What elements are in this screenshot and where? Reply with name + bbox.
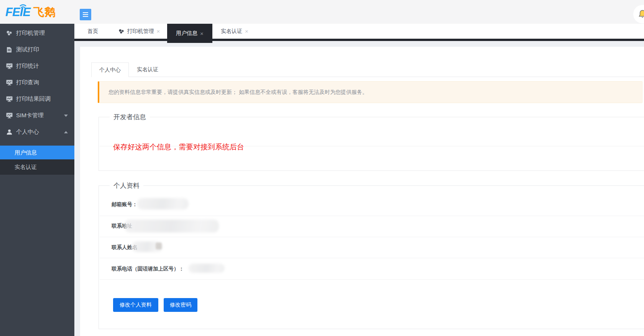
contact-name-ghost-char: [156, 243, 162, 249]
sidebar-toggle-button[interactable]: [80, 9, 91, 20]
sidebar-item-printer-manage[interactable]: 打印机管理: [0, 25, 74, 41]
tab-printer-manage[interactable]: 打印机管理 ×: [111, 24, 167, 39]
sidebar-item-print-stats[interactable]: 打印统计: [0, 58, 74, 74]
row-separator: [100, 279, 644, 280]
section-legend: 个人资料: [110, 181, 143, 190]
profile-section: 个人资料 邮箱账号： 联系地址 联系人姓名 联系电话（固话请加上区号）： 修改个…: [99, 185, 644, 329]
tab-label: 首页: [87, 28, 98, 35]
top-header: FEIE 飞鹅: [0, 0, 644, 24]
close-icon[interactable]: ×: [200, 31, 204, 36]
email-value-redacted-blur: [137, 198, 189, 210]
sidebar-item-test-print[interactable]: 测试打印: [0, 41, 74, 58]
change-password-button[interactable]: 修改密码: [164, 298, 197, 312]
content-tab-label: 个人中心: [99, 67, 121, 74]
tab-home[interactable]: 首页: [74, 24, 111, 39]
notification-button[interactable]: [633, 5, 644, 23]
monitor-chart-icon: [6, 96, 13, 103]
brand-logo[interactable]: FEIE 飞鹅: [5, 4, 56, 20]
sidebar-item-label: 打印查询: [16, 79, 39, 86]
notice-text: 您的资料信息非常重要，请提供真实信息或及时更新； 如果信息不全或有误，客服将无法…: [108, 89, 368, 96]
content-tab-personal-center[interactable]: 个人中心: [91, 62, 129, 77]
chevron-up-icon: [64, 131, 68, 133]
sidebar-item-sim-manage[interactable]: SIM卡管理: [0, 107, 74, 124]
document-icon: [6, 46, 13, 53]
sidebar-subitem-real-name[interactable]: 实名认证: [0, 159, 74, 175]
red-annotation-text: 保存好这两个信息，需要对接到系统后台: [113, 142, 244, 152]
address-value-redacted-blur: [125, 220, 219, 233]
wifi-arcs-icon: [18, 3, 27, 9]
close-icon[interactable]: ×: [245, 28, 248, 34]
sidebar-item-label: 打印统计: [16, 62, 39, 70]
row-separator: [100, 258, 644, 258]
sidebar-item-label: 个人中心: [16, 128, 39, 136]
edit-profile-button[interactable]: 修改个人资料: [113, 298, 158, 312]
personal-center-submenu: 用户信息 实名认证: [0, 146, 74, 175]
sidebar-item-label: 打印结果回调: [16, 95, 51, 103]
section-legend: 开发者信息: [110, 113, 150, 121]
content-tabs-underline: [91, 77, 644, 77]
subitem-label: 用户信息: [15, 149, 37, 156]
sidebar-item-label: 测试打印: [16, 46, 39, 53]
email-field-label: 邮箱账号：: [112, 201, 138, 208]
subitem-label: 实名认证: [15, 164, 37, 171]
sidebar-subitem-user-info[interactable]: 用户信息: [0, 146, 74, 159]
row-separator: [100, 216, 644, 216]
monitor-chart-icon: [6, 63, 13, 70]
printer-cluster-icon: [118, 29, 125, 34]
phone-value-redacted-blur: [189, 264, 225, 273]
monitor-chart-icon: [6, 79, 13, 86]
tab-real-name[interactable]: 实名认证 ×: [212, 24, 257, 39]
hamburger-icon: [83, 12, 88, 13]
open-pages-tabbar: 首页 打印机管理 × 用户信息 × 实名认证 ×: [74, 24, 644, 39]
bell-icon: [637, 9, 644, 19]
phone-field-label: 联系电话（固话请加上区号）：: [112, 266, 184, 272]
content-tab-label: 实名认证: [137, 66, 158, 73]
printer-cluster-icon: [6, 30, 13, 37]
tab-label: 打印机管理: [127, 28, 154, 35]
sidebar-item-label: 打印机管理: [16, 30, 45, 37]
monitor-chart-icon: [6, 112, 13, 119]
app-window: FEIE 飞鹅 打印: [0, 0, 644, 336]
sidebar-item-print-query[interactable]: 打印查询: [0, 74, 74, 91]
notice-banner: 您的资料信息非常重要，请提供真实信息或及时更新； 如果信息不全或有误，客服将无法…: [98, 81, 642, 103]
sidebar-item-label: SIM卡管理: [16, 112, 44, 119]
sidebar-item-print-callback[interactable]: 打印结果回调: [0, 91, 74, 107]
sidebar-item-personal-center[interactable]: 个人中心: [0, 124, 74, 140]
chevron-down-icon: [64, 115, 68, 117]
tabbar-bottom-strip: [74, 39, 644, 41]
row-separator: [100, 237, 644, 237]
tab-label: 实名认证: [221, 28, 242, 35]
close-icon[interactable]: ×: [157, 28, 160, 34]
tab-label: 用户信息: [176, 30, 197, 37]
content-tab-real-name[interactable]: 实名认证: [129, 62, 166, 77]
user-icon: [6, 129, 13, 136]
sidebar-nav: 打印机管理 测试打印 打印统计 打印查询 打印结果回调: [0, 24, 74, 336]
logo-text-cn: 飞鹅: [33, 5, 56, 20]
